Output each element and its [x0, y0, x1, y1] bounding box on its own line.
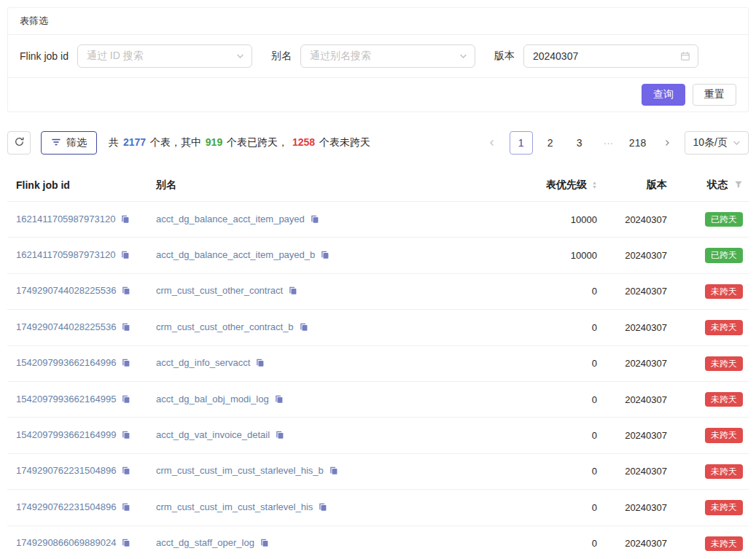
job-id-link[interactable]: 1749290744028225536 [16, 321, 116, 332]
priority-value: 0 [521, 273, 603, 309]
version-value: 20240307 [603, 381, 673, 417]
copy-icon[interactable] [121, 286, 130, 297]
table-row: 1749290866069889024 acct_dg_staff_oper_l… [7, 525, 749, 559]
page-size-value: 10条/页 [693, 136, 728, 149]
header-flink-job-id: Flink job id [7, 168, 150, 202]
filter-panel-title: 表筛选 [8, 8, 748, 35]
page-button-3[interactable]: 3 [568, 131, 591, 155]
copy-icon[interactable] [274, 394, 284, 406]
alias-select[interactable]: 通过别名搜索 [300, 44, 475, 68]
flink-job-id-label: Flink job id [20, 50, 69, 62]
copy-icon[interactable] [121, 466, 130, 477]
alias-link[interactable]: acct_dg_staff_oper_log [156, 537, 254, 548]
version-date-input[interactable]: 20240307 [523, 44, 698, 68]
copy-icon[interactable] [121, 322, 130, 334]
page-size-select[interactable]: 10条/页 [685, 131, 749, 155]
version-value: 20240307 [603, 418, 673, 453]
alias-link[interactable]: acct_dg_balance_acct_item_payed_b [156, 249, 315, 260]
table-row: 1749290744028225536 crm_cust_cust_other_… [7, 273, 749, 309]
copy-icon[interactable] [121, 358, 130, 370]
version-value: 20240307 [603, 310, 673, 345]
page-button-last[interactable]: 218 [626, 131, 650, 155]
copy-icon[interactable] [329, 466, 338, 477]
copy-icon[interactable] [121, 502, 130, 514]
copy-icon[interactable] [255, 358, 265, 370]
alias-link[interactable]: acct_dg_bal_obj_modi_log [156, 394, 269, 404]
copy-icon[interactable] [318, 502, 327, 514]
chevron-down-icon [733, 139, 741, 147]
status-badge: 未跨天 [705, 500, 743, 515]
status-badge: 已跨天 [705, 212, 743, 227]
version-value: 20240307 [603, 273, 673, 309]
copy-icon[interactable] [120, 214, 130, 226]
alias-link[interactable]: acct_dg_info_servacct [156, 357, 250, 368]
page-button-2[interactable]: 2 [539, 131, 562, 155]
table-row: 1621411705987973120 acct_dg_balance_acct… [7, 202, 749, 238]
job-id-link[interactable]: 1621411705987973120 [16, 249, 115, 260]
chevron-down-icon [459, 52, 467, 60]
filter-toggle-label: 筛选 [66, 136, 87, 149]
alias-link[interactable]: crm_cust_cust_im_cust_starlevel_his [156, 501, 313, 512]
alias-label: 别名 [271, 50, 292, 63]
job-id-link[interactable]: 1749290866069889024 [16, 537, 116, 548]
search-button[interactable]: 查询 [642, 84, 685, 106]
filter-actions-row: 查询 重置 [8, 78, 748, 112]
header-status: 状态 [673, 168, 749, 202]
filter-lines-icon [51, 137, 61, 149]
alias-placeholder: 通过别名搜索 [310, 50, 371, 63]
filter-toggle-button[interactable]: 筛选 [41, 131, 97, 155]
job-id-link[interactable]: 1749290762231504896 [16, 501, 116, 512]
page-button-1[interactable]: 1 [510, 131, 533, 155]
uncrossed-count: 1258 [292, 136, 315, 148]
table-row: 1749290762231504896 crm_cust_cust_im_cus… [7, 453, 749, 489]
status-badge: 未跨天 [705, 356, 743, 371]
copy-icon[interactable] [310, 214, 319, 226]
copy-icon[interactable] [275, 430, 284, 442]
job-id-link[interactable]: 1542097993662164999 [16, 429, 116, 440]
version-value: 20240307 [603, 453, 673, 489]
status-badge: 未跨天 [705, 320, 743, 335]
refresh-button[interactable] [7, 131, 31, 155]
flink-job-id-select[interactable]: 通过 ID 搜索 [77, 44, 252, 68]
table-row: 1542097993662164995 acct_dg_bal_obj_modi… [7, 381, 749, 417]
copy-icon[interactable] [320, 250, 330, 262]
version-value: 20240307 [603, 345, 673, 381]
job-id-link[interactable]: 1542097993662164995 [16, 394, 116, 404]
copy-icon[interactable] [121, 394, 130, 406]
reset-button[interactable]: 重置 [693, 84, 736, 106]
version-label: 版本 [494, 50, 515, 63]
alias-link[interactable]: crm_cust_cust_other_contract_b [156, 321, 294, 332]
next-page-button[interactable] [655, 131, 679, 155]
job-id-link[interactable]: 1621411705987973120 [16, 214, 115, 224]
priority-value: 0 [521, 381, 603, 417]
alias-link[interactable]: crm_cust_cust_other_contract [156, 285, 283, 296]
alias-link[interactable]: crm_cust_cust_im_cust_starlevel_his_b [156, 465, 324, 476]
job-id-link[interactable]: 1749290762231504896 [16, 465, 116, 476]
sort-icon[interactable]: ▲▼ [592, 181, 597, 189]
version-value: 20240307 [603, 490, 673, 525]
table-toolbar: 筛选 共 2177 个表，其中 919 个表已跨天， 1258 个表未跨天 1 … [7, 131, 749, 155]
copy-icon[interactable] [120, 250, 130, 262]
prev-page-button[interactable] [480, 131, 504, 155]
filter-funnel-icon[interactable] [734, 179, 743, 191]
page-ellipsis[interactable]: ··· [597, 131, 620, 155]
copy-icon[interactable] [288, 286, 297, 297]
priority-value: 0 [521, 310, 603, 345]
status-badge: 未跨天 [705, 428, 743, 442]
alias-link[interactable]: acct_dg_balance_acct_item_payed [156, 214, 305, 224]
job-id-link[interactable]: 1749290744028225536 [16, 285, 116, 296]
status-badge: 未跨天 [705, 392, 743, 407]
priority-value: 0 [521, 490, 603, 525]
status-badge: 未跨天 [705, 284, 743, 299]
pagination-top: 1 2 3 ··· 218 10条/页 [480, 131, 749, 155]
priority-value: 0 [521, 453, 603, 489]
copy-icon[interactable] [299, 322, 308, 334]
job-id-link[interactable]: 1542097993662164996 [16, 357, 116, 368]
priority-value: 10000 [521, 202, 603, 238]
copy-icon[interactable] [260, 538, 269, 550]
alias-link[interactable]: acct_dg_vat_invoice_detail [156, 429, 270, 440]
header-version: 版本 [603, 168, 673, 202]
copy-icon[interactable] [121, 538, 130, 550]
copy-icon[interactable] [121, 430, 130, 442]
alias-group: 别名 通过别名搜索 [271, 44, 475, 68]
